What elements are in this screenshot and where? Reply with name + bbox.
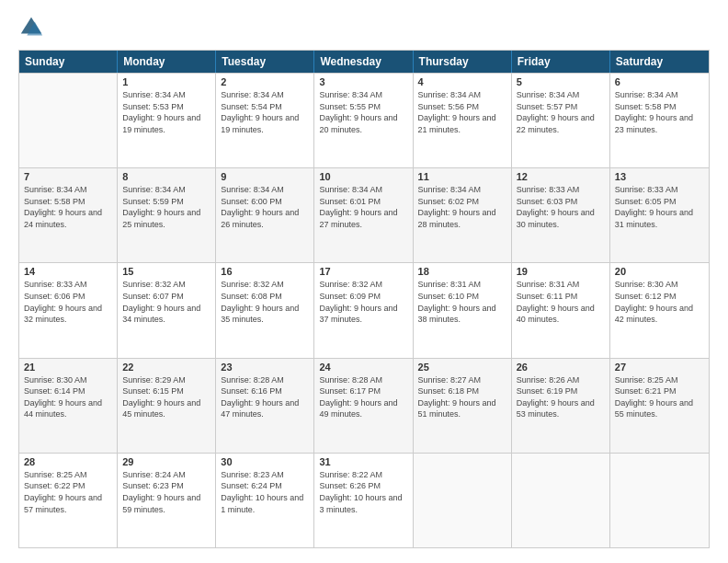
header-day-saturday: Saturday: [610, 51, 709, 73]
day-number: 29: [122, 456, 210, 467]
day-number: 5: [517, 76, 605, 87]
day-number: 15: [122, 266, 210, 277]
logo-icon: [18, 15, 44, 40]
empty-cell: [19, 74, 118, 167]
day-number: 9: [221, 171, 309, 182]
day-cell-18: 18Sunrise: 8:31 AMSunset: 6:10 PMDayligh…: [414, 263, 512, 357]
day-cell-11: 11Sunrise: 8:34 AMSunset: 6:02 PMDayligh…: [414, 168, 512, 262]
day-cell-27: 27Sunrise: 8:25 AMSunset: 6:21 PMDayligh…: [610, 359, 709, 453]
day-info: Sunrise: 8:34 AMSunset: 5:56 PMDaylight:…: [418, 89, 506, 135]
day-number: 10: [319, 171, 407, 182]
day-cell-14: 14Sunrise: 8:33 AMSunset: 6:06 PMDayligh…: [19, 263, 118, 357]
calendar-week-4: 21Sunrise: 8:30 AMSunset: 6:14 PMDayligh…: [19, 358, 709, 453]
calendar-week-2: 7Sunrise: 8:34 AMSunset: 5:58 PMDaylight…: [19, 167, 709, 262]
day-number: 21: [24, 362, 112, 373]
day-number: 20: [615, 266, 704, 277]
day-info: Sunrise: 8:32 AMSunset: 6:08 PMDaylight:…: [221, 279, 309, 325]
day-cell-31: 31Sunrise: 8:22 AMSunset: 6:26 PMDayligh…: [314, 454, 413, 547]
day-info: Sunrise: 8:30 AMSunset: 6:12 PMDaylight:…: [615, 279, 704, 325]
header-day-thursday: Thursday: [414, 51, 512, 73]
day-number: 26: [517, 362, 605, 373]
day-number: 24: [319, 362, 407, 373]
day-cell-7: 7Sunrise: 8:34 AMSunset: 5:58 PMDaylight…: [19, 168, 118, 262]
day-info: Sunrise: 8:22 AMSunset: 6:26 PMDaylight:…: [319, 469, 407, 515]
day-info: Sunrise: 8:29 AMSunset: 6:15 PMDaylight:…: [122, 374, 210, 420]
day-cell-29: 29Sunrise: 8:24 AMSunset: 6:23 PMDayligh…: [118, 454, 216, 547]
day-info: Sunrise: 8:25 AMSunset: 6:22 PMDaylight:…: [24, 469, 112, 515]
day-cell-25: 25Sunrise: 8:27 AMSunset: 6:18 PMDayligh…: [414, 359, 512, 453]
day-info: Sunrise: 8:33 AMSunset: 6:03 PMDaylight:…: [517, 184, 605, 230]
day-cell-3: 3Sunrise: 8:34 AMSunset: 5:55 PMDaylight…: [314, 74, 413, 167]
day-info: Sunrise: 8:34 AMSunset: 5:55 PMDaylight:…: [319, 89, 407, 135]
day-number: 22: [122, 362, 210, 373]
day-number: 31: [319, 456, 407, 467]
day-info: Sunrise: 8:34 AMSunset: 5:57 PMDaylight:…: [517, 89, 605, 135]
day-number: 13: [615, 171, 704, 182]
empty-cell: [610, 454, 709, 547]
header-day-tuesday: Tuesday: [216, 51, 314, 73]
day-number: 3: [319, 76, 407, 87]
day-number: 17: [319, 266, 407, 277]
day-info: Sunrise: 8:28 AMSunset: 6:16 PMDaylight:…: [221, 374, 309, 420]
day-cell-21: 21Sunrise: 8:30 AMSunset: 6:14 PMDayligh…: [19, 359, 118, 453]
day-info: Sunrise: 8:27 AMSunset: 6:18 PMDaylight:…: [418, 374, 506, 420]
header-day-friday: Friday: [512, 51, 610, 73]
day-info: Sunrise: 8:24 AMSunset: 6:23 PMDaylight:…: [122, 469, 210, 515]
calendar-body: 1Sunrise: 8:34 AMSunset: 5:53 PMDaylight…: [19, 73, 709, 547]
day-cell-23: 23Sunrise: 8:28 AMSunset: 6:16 PMDayligh…: [216, 359, 314, 453]
calendar-header: SundayMondayTuesdayWednesdayThursdayFrid…: [19, 51, 709, 73]
day-cell-2: 2Sunrise: 8:34 AMSunset: 5:54 PMDaylight…: [216, 74, 314, 167]
day-info: Sunrise: 8:34 AMSunset: 6:02 PMDaylight:…: [418, 184, 506, 230]
day-info: Sunrise: 8:34 AMSunset: 5:59 PMDaylight:…: [122, 184, 210, 230]
logo: [18, 15, 48, 40]
day-info: Sunrise: 8:30 AMSunset: 6:14 PMDaylight:…: [24, 374, 112, 420]
day-info: Sunrise: 8:26 AMSunset: 6:19 PMDaylight:…: [517, 374, 605, 420]
day-cell-19: 19Sunrise: 8:31 AMSunset: 6:11 PMDayligh…: [512, 263, 610, 357]
day-number: 7: [24, 171, 112, 182]
page: SundayMondayTuesdayWednesdayThursdayFrid…: [0, 0, 728, 563]
calendar: SundayMondayTuesdayWednesdayThursdayFrid…: [18, 50, 710, 548]
calendar-week-3: 14Sunrise: 8:33 AMSunset: 6:06 PMDayligh…: [19, 262, 709, 357]
day-info: Sunrise: 8:32 AMSunset: 6:07 PMDaylight:…: [122, 279, 210, 325]
day-info: Sunrise: 8:28 AMSunset: 6:17 PMDaylight:…: [319, 374, 407, 420]
day-number: 28: [24, 456, 112, 467]
day-cell-22: 22Sunrise: 8:29 AMSunset: 6:15 PMDayligh…: [118, 359, 216, 453]
day-cell-5: 5Sunrise: 8:34 AMSunset: 5:57 PMDaylight…: [512, 74, 610, 167]
day-info: Sunrise: 8:33 AMSunset: 6:06 PMDaylight:…: [24, 279, 112, 325]
day-number: 23: [221, 362, 309, 373]
day-cell-30: 30Sunrise: 8:23 AMSunset: 6:24 PMDayligh…: [216, 454, 314, 547]
day-number: 2: [221, 76, 309, 87]
day-cell-1: 1Sunrise: 8:34 AMSunset: 5:53 PMDaylight…: [118, 74, 216, 167]
empty-cell: [414, 454, 512, 547]
day-cell-13: 13Sunrise: 8:33 AMSunset: 6:05 PMDayligh…: [610, 168, 709, 262]
day-number: 27: [615, 362, 704, 373]
header-day-wednesday: Wednesday: [314, 51, 413, 73]
day-info: Sunrise: 8:32 AMSunset: 6:09 PMDaylight:…: [319, 279, 407, 325]
day-number: 1: [122, 76, 210, 87]
day-info: Sunrise: 8:34 AMSunset: 5:53 PMDaylight:…: [122, 89, 210, 135]
day-cell-8: 8Sunrise: 8:34 AMSunset: 5:59 PMDaylight…: [118, 168, 216, 262]
day-cell-17: 17Sunrise: 8:32 AMSunset: 6:09 PMDayligh…: [314, 263, 413, 357]
day-info: Sunrise: 8:34 AMSunset: 6:00 PMDaylight:…: [221, 184, 309, 230]
calendar-week-1: 1Sunrise: 8:34 AMSunset: 5:53 PMDaylight…: [19, 73, 709, 167]
day-number: 14: [24, 266, 112, 277]
day-number: 6: [615, 76, 704, 87]
header-day-monday: Monday: [118, 51, 216, 73]
day-number: 4: [418, 76, 506, 87]
day-info: Sunrise: 8:33 AMSunset: 6:05 PMDaylight:…: [615, 184, 704, 230]
header-day-sunday: Sunday: [19, 51, 118, 73]
day-cell-20: 20Sunrise: 8:30 AMSunset: 6:12 PMDayligh…: [610, 263, 709, 357]
day-number: 19: [517, 266, 605, 277]
day-info: Sunrise: 8:34 AMSunset: 5:58 PMDaylight:…: [615, 89, 704, 135]
day-info: Sunrise: 8:25 AMSunset: 6:21 PMDaylight:…: [615, 374, 704, 420]
day-cell-26: 26Sunrise: 8:26 AMSunset: 6:19 PMDayligh…: [512, 359, 610, 453]
day-info: Sunrise: 8:34 AMSunset: 6:01 PMDaylight:…: [319, 184, 407, 230]
day-info: Sunrise: 8:34 AMSunset: 5:54 PMDaylight:…: [221, 89, 309, 135]
day-cell-28: 28Sunrise: 8:25 AMSunset: 6:22 PMDayligh…: [19, 454, 118, 547]
day-cell-9: 9Sunrise: 8:34 AMSunset: 6:00 PMDaylight…: [216, 168, 314, 262]
empty-cell: [512, 454, 610, 547]
day-number: 18: [418, 266, 506, 277]
day-cell-10: 10Sunrise: 8:34 AMSunset: 6:01 PMDayligh…: [314, 168, 413, 262]
day-cell-24: 24Sunrise: 8:28 AMSunset: 6:17 PMDayligh…: [314, 359, 413, 453]
day-number: 12: [517, 171, 605, 182]
